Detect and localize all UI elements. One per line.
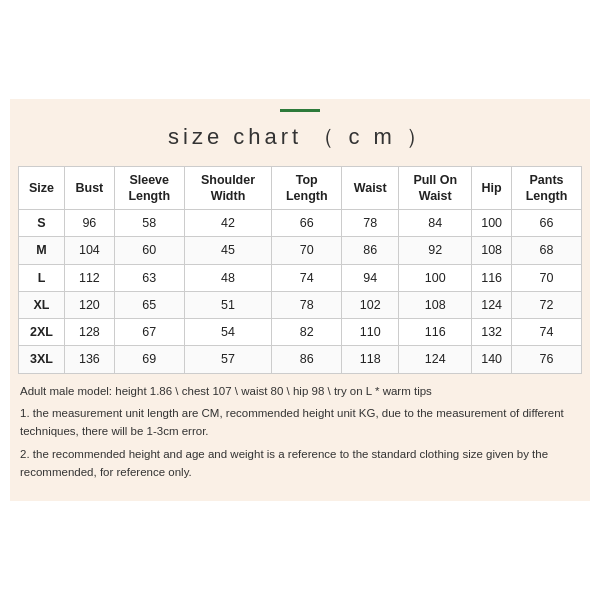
column-header: Size (19, 166, 65, 210)
note-2: 2. the recommended height and age and we… (20, 445, 580, 482)
table-cell: 140 (472, 346, 512, 373)
table-cell: 3XL (19, 346, 65, 373)
table-cell: 63 (114, 264, 184, 291)
table-cell: 84 (399, 210, 472, 237)
table-cell: 74 (272, 264, 342, 291)
column-header: Shoulder Width (184, 166, 272, 210)
table-cell: 100 (399, 264, 472, 291)
column-header: Waist (342, 166, 399, 210)
table-cell: 57 (184, 346, 272, 373)
table-cell: 76 (512, 346, 582, 373)
table-cell: 110 (342, 319, 399, 346)
table-cell: 96 (64, 210, 114, 237)
table-cell: 70 (272, 237, 342, 264)
size-table: SizeBustSleeve LengthShoulder WidthTop L… (18, 166, 582, 374)
table-cell: 54 (184, 319, 272, 346)
table-row: S96584266788410066 (19, 210, 582, 237)
table-cell: M (19, 237, 65, 264)
table-row: 3XL13669578611812414076 (19, 346, 582, 373)
table-cell: 112 (64, 264, 114, 291)
table-cell: 42 (184, 210, 272, 237)
table-cell: 136 (64, 346, 114, 373)
table-cell: 102 (342, 291, 399, 318)
table-cell: 94 (342, 264, 399, 291)
table-cell: 108 (472, 237, 512, 264)
table-cell: 92 (399, 237, 472, 264)
table-cell: 82 (272, 319, 342, 346)
table-cell: 51 (184, 291, 272, 318)
table-cell: 72 (512, 291, 582, 318)
size-chart-container: size chart （ c m ） SizeBustSleeve Length… (10, 99, 590, 502)
table-row: XL12065517810210812472 (19, 291, 582, 318)
table-row: L1126348749410011670 (19, 264, 582, 291)
table-cell: 70 (512, 264, 582, 291)
table-cell: 69 (114, 346, 184, 373)
table-cell: S (19, 210, 65, 237)
notes-section: Adult male model: height 1.86 \ chest 10… (18, 382, 582, 482)
table-cell: 60 (114, 237, 184, 264)
table-cell: 100 (472, 210, 512, 237)
table-cell: XL (19, 291, 65, 318)
table-cell: 118 (342, 346, 399, 373)
table-cell: 48 (184, 264, 272, 291)
column-header: Pants Length (512, 166, 582, 210)
table-row: M104604570869210868 (19, 237, 582, 264)
table-cell: 66 (272, 210, 342, 237)
column-header: Pull On Waist (399, 166, 472, 210)
table-cell: 86 (272, 346, 342, 373)
green-bar-decoration (280, 109, 320, 112)
table-cell: 58 (114, 210, 184, 237)
column-header: Hip (472, 166, 512, 210)
table-cell: 78 (272, 291, 342, 318)
table-cell: 2XL (19, 319, 65, 346)
table-cell: 66 (512, 210, 582, 237)
column-header: Bust (64, 166, 114, 210)
table-cell: 86 (342, 237, 399, 264)
table-cell: 132 (472, 319, 512, 346)
column-header: Sleeve Length (114, 166, 184, 210)
table-cell: 68 (512, 237, 582, 264)
table-cell: 116 (399, 319, 472, 346)
table-cell: 124 (399, 346, 472, 373)
table-cell: 116 (472, 264, 512, 291)
table-row: 2XL12867548211011613274 (19, 319, 582, 346)
table-cell: 124 (472, 291, 512, 318)
chart-title: size chart （ c m ） (18, 122, 582, 156)
table-cell: 45 (184, 237, 272, 264)
table-cell: 67 (114, 319, 184, 346)
column-header: Top Length (272, 166, 342, 210)
table-cell: 120 (64, 291, 114, 318)
table-cell: 108 (399, 291, 472, 318)
table-cell: L (19, 264, 65, 291)
note-1: 1. the measurement unit length are CM, r… (20, 404, 580, 441)
table-cell: 65 (114, 291, 184, 318)
table-cell: 74 (512, 319, 582, 346)
model-note: Adult male model: height 1.86 \ chest 10… (20, 382, 580, 400)
table-cell: 104 (64, 237, 114, 264)
table-cell: 78 (342, 210, 399, 237)
table-cell: 128 (64, 319, 114, 346)
